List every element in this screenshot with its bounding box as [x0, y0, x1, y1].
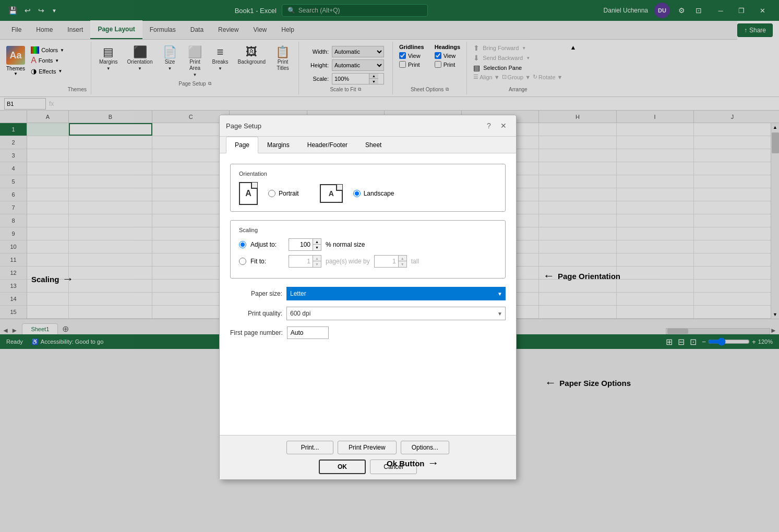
ok-button[interactable]: OK [319, 460, 366, 474]
portrait-icon: A [239, 182, 258, 205]
page-setup-dialog: Page Setup ? ✕ Page Margins Header/Foote… [219, 115, 517, 480]
paper-size-annotation: ← Paper Size Options [545, 376, 631, 390]
paper-size-annotation-text: Paper Size Options [559, 379, 631, 388]
dialog-footer: Print... Print Preview Options... OK Can… [220, 435, 516, 479]
fit-tall-up[interactable]: ▲ [398, 256, 406, 261]
paper-size-arrow-icon: ← [545, 376, 556, 390]
dialog-overlay: Page Setup ? ✕ Page Margins Header/Foote… [0, 0, 779, 532]
dialog-help-btn[interactable]: ? [483, 119, 495, 132]
fit-wide-input[interactable] [289, 256, 313, 267]
fit-wide-wrap: ▲ ▼ [289, 255, 321, 268]
dialog-titlebar: Page Setup ? ✕ [220, 115, 516, 137]
orientation-row: A Portrait A Landscape [239, 182, 497, 205]
fit-tall-wrap: ▲ ▼ [374, 255, 407, 268]
paper-size-select-wrap: Letter A4 Legal ▼ [286, 287, 506, 300]
fit-to-row: Fit to: ▲ ▼ page(s) wide by ▲ ▼ [239, 255, 497, 268]
portrait-label[interactable]: Portrait [279, 190, 299, 197]
print-preview-button[interactable]: Print Preview [338, 441, 397, 454]
adjust-unit: % normal size [326, 241, 365, 248]
dialog-tabs: Page Margins Header/Footer Sheet [220, 137, 516, 153]
scaling-label: Scaling [239, 227, 497, 233]
dialog-tab-header-footer[interactable]: Header/Footer [298, 137, 356, 153]
landscape-icon: A [320, 184, 343, 203]
landscape-icon-wrap: A [320, 184, 343, 203]
print-quality-select-wrap: 600 dpi 300 dpi ▼ [286, 307, 506, 320]
dialog-title: Page Setup [226, 122, 261, 130]
dialog-controls: ? ✕ [483, 119, 510, 132]
landscape-label[interactable]: Landscape [364, 190, 394, 197]
page-orientation-text: Page Orientation [558, 272, 620, 281]
adjust-to-row: Adjust to: 100 ▲ ▼ % normal size [239, 238, 497, 251]
footer-top-buttons: Print... Print Preview Options... [228, 441, 508, 454]
adjust-radio[interactable] [239, 241, 246, 248]
fit-tall-btns: ▲ ▼ [398, 256, 406, 267]
options-button[interactable]: Options... [401, 441, 449, 454]
adjust-up-btn[interactable]: ▲ [313, 239, 321, 245]
orientation-label: Orientation [239, 171, 497, 177]
fit-label[interactable]: Fit to: [250, 258, 284, 265]
fit-wide-up[interactable]: ▲ [313, 256, 321, 261]
dialog-tab-page[interactable]: Page [226, 137, 258, 153]
fit-radio[interactable] [239, 258, 246, 265]
orientation-section: Orientation A Portrait A [230, 164, 506, 212]
adjust-down-btn[interactable]: ▼ [313, 245, 321, 250]
adjust-input[interactable]: 100 [289, 239, 313, 250]
portrait-radio-group: Portrait [268, 190, 299, 197]
adjust-spin-wrap: 100 ▲ ▼ [289, 238, 321, 251]
fit-tall-label: tall [411, 258, 419, 265]
footer-action-buttons: OK Cancel [228, 460, 508, 474]
adjust-spin-btns: ▲ ▼ [313, 239, 321, 250]
fit-tall-down[interactable]: ▼ [398, 261, 406, 267]
first-page-row: First page number: Auto [230, 327, 506, 339]
page-orientation-annotation: ← Page Orientation [543, 269, 620, 283]
landscape-radio[interactable] [353, 190, 361, 197]
print-quality-row: Print quality: 600 dpi 300 dpi ▼ [230, 307, 506, 320]
paper-size-label: Paper size: [230, 290, 282, 297]
fit-wide-down[interactable]: ▼ [313, 261, 321, 267]
adjust-label[interactable]: Adjust to: [250, 241, 284, 248]
orientation-arrow-icon: ← [543, 269, 555, 283]
print-quality-select[interactable]: 600 dpi 300 dpi [286, 307, 506, 320]
dialog-body: Orientation A Portrait A [220, 153, 516, 435]
first-page-input[interactable]: Auto [287, 327, 329, 339]
fit-pages-wide-label: page(s) wide by [326, 258, 370, 265]
first-page-label: First page number: [230, 329, 283, 336]
dialog-tab-margins[interactable]: Margins [258, 137, 298, 153]
portrait-radio[interactable] [268, 190, 275, 197]
dialog-tab-sheet[interactable]: Sheet [356, 137, 390, 153]
fit-wide-btns: ▲ ▼ [313, 256, 321, 267]
paper-size-select[interactable]: Letter A4 Legal [286, 287, 506, 300]
landscape-radio-group: Landscape [353, 190, 394, 197]
cancel-button[interactable]: Cancel [370, 460, 417, 474]
scaling-section: Scaling Adjust to: 100 ▲ ▼ % normal size [230, 220, 506, 279]
print-button[interactable]: Print... [286, 441, 333, 454]
fit-tall-input[interactable] [375, 256, 398, 267]
paper-size-row: Paper size: Letter A4 Legal ▼ [230, 287, 506, 300]
print-quality-label: Print quality: [230, 310, 282, 317]
dialog-close-btn[interactable]: ✕ [497, 119, 510, 132]
